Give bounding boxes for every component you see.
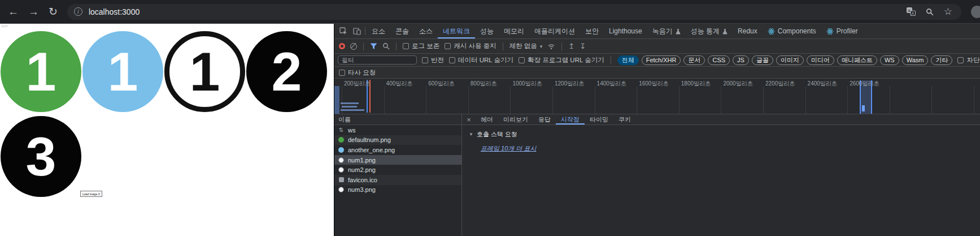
detail-tab-5[interactable]: 쿠키 (613, 114, 636, 125)
filter-chip-5[interactable]: 글꼴 (752, 55, 773, 65)
request-table: 이름 ⇅wsdefaultnum.pnganother_one.pngnum1.… (334, 114, 462, 236)
hide-extension-urls-checkbox[interactable]: 확장 프로그램 URL 숨기기 (519, 56, 604, 65)
inspect-element-icon[interactable] (337, 24, 350, 38)
devtools-tab-profiler[interactable]: Profiler (821, 24, 863, 38)
devtools-tab-redux[interactable]: Redux (733, 24, 763, 38)
filter-input[interactable] (338, 55, 417, 65)
timeline-tick-label: 1000밀리초 (512, 80, 542, 88)
filter-chip-0[interactable]: 전체 (617, 55, 639, 65)
site-info-icon[interactable]: i (74, 7, 82, 16)
devtools-tab-console[interactable]: 콘솔 (390, 24, 414, 38)
devtools-tab-elements[interactable]: 요소 (367, 24, 390, 38)
load-image-button[interactable]: Load Image 3 (80, 191, 102, 197)
filter-funnel-icon[interactable] (370, 43, 377, 50)
request-row[interactable]: num1.png (334, 155, 461, 165)
export-har-icon[interactable]: ↧ (580, 42, 586, 50)
checkbox-icon (422, 57, 428, 63)
devtools-tab-sources[interactable]: 소스 (414, 24, 438, 38)
tab-label: 성능 (480, 27, 494, 36)
file-thumbnail-icon (338, 177, 345, 183)
checkbox-icon (449, 57, 455, 63)
throttling-dropdown[interactable]: 제한 없음 ▾ (509, 42, 543, 50)
number-circle-4: 2 (246, 31, 327, 112)
detail-tab-1[interactable]: 미리보기 (498, 114, 533, 125)
devtools-tab-network[interactable]: 네트워크 (438, 24, 475, 38)
request-row[interactable]: num3.png (334, 185, 461, 195)
hide-data-urls-checkbox[interactable]: 데이터 URL 숨기기 (449, 56, 513, 65)
tab-label: Components (778, 27, 816, 35)
filter-chip-1[interactable]: Fetch/XHR (642, 55, 681, 65)
forward-button[interactable]: → (28, 6, 39, 17)
devtools-tab-lighthouse[interactable]: Lighthouse (604, 24, 647, 38)
resource-type-chips: 전체Fetch/XHR문서CSSJS글꼴이미지미디어매니페스트WSWasm기타 (617, 55, 953, 65)
request-row[interactable]: num2.png (334, 165, 461, 175)
clear-network-log-icon[interactable] (350, 43, 357, 50)
number-circle-1: 1 (1, 31, 81, 112)
import-har-icon[interactable]: ↥ (568, 42, 574, 50)
third-party-row: 타사 요청 (334, 67, 980, 79)
timeline-tick-label: 2200밀리초 (765, 80, 795, 88)
detail-tab-3[interactable]: 시작점 (556, 114, 585, 125)
search-icon[interactable] (382, 42, 390, 50)
filter-chip-9[interactable]: WS (880, 55, 899, 65)
back-button[interactable]: ← (8, 6, 19, 17)
detail-tab-0[interactable]: 헤더 (476, 114, 498, 125)
disable-cache-checkbox[interactable]: 캐시 사용 중지 (445, 42, 496, 50)
request-row[interactable]: ⇅ws (334, 125, 461, 135)
url-text[interactable]: localhost:3000 (89, 7, 900, 16)
address-bar[interactable]: i localhost:3000 aA ☆ (67, 4, 961, 20)
detail-tab-2[interactable]: 응답 (533, 114, 556, 125)
timeline-tick-label: 2000밀리초 (723, 80, 752, 88)
preserve-log-checkbox[interactable]: 로그 보존 (403, 42, 439, 50)
translate-icon[interactable]: aA (906, 7, 916, 16)
zoom-icon[interactable] (926, 8, 934, 16)
filter-chip-10[interactable]: Wasm (902, 55, 929, 65)
tab-label: 요소 (372, 27, 385, 36)
devtools-tab-memory[interactable]: 메모리 (499, 24, 529, 38)
filter-chip-7[interactable]: 미디어 (807, 55, 834, 65)
network-toolbar: 로그 보존 캐시 사용 중지 제한 없음 ▾ ↥ ↧ (334, 39, 980, 54)
network-overview[interactable]: 200밀리초400밀리초600밀리초800밀리초1000밀리초1200밀리초14… (334, 79, 980, 114)
devtools-tab-recorder[interactable]: 녹음기 (647, 24, 686, 38)
invert-filter-checkbox[interactable]: 반전 (422, 56, 444, 65)
request-row[interactable]: defaultnum.png (334, 135, 461, 145)
request-list: ⇅wsdefaultnum.pnganother_one.pngnum1.png… (334, 125, 461, 195)
devtools-tab-performance[interactable]: 성능 (475, 24, 499, 38)
omnibox-icons: aA ☆ (906, 6, 955, 18)
profile-avatar-icon[interactable] (971, 6, 980, 18)
devtools-tab-components[interactable]: Components (763, 24, 821, 38)
tab-label: Lighthouse (609, 27, 642, 35)
filter-chip-8[interactable]: 매니페스트 (837, 55, 877, 65)
filter-chip-3[interactable]: CSS (708, 55, 730, 65)
filter-chip-6[interactable]: 이미지 (776, 55, 804, 65)
devtools-tab-security[interactable]: 보안 (580, 24, 604, 38)
checkbox-icon (339, 70, 345, 76)
close-icon[interactable]: × (462, 114, 476, 125)
reload-button[interactable]: ↻ (49, 6, 58, 17)
timeline-tick-label: 1400밀리초 (597, 80, 626, 88)
request-row[interactable]: favicon.ico (334, 175, 461, 185)
show-more-frames-link[interactable]: 프레임 10개 더 표시 (481, 144, 536, 153)
separator (561, 42, 562, 50)
devtools-tab-application[interactable]: 애플리케이션 (529, 24, 580, 38)
bookmark-star-icon[interactable]: ☆ (944, 6, 952, 18)
filter-chip-11[interactable]: 기타 (931, 55, 952, 65)
checkbox-icon (519, 57, 525, 63)
network-conditions-icon[interactable] (547, 43, 555, 50)
filter-chip-4[interactable]: JS (733, 55, 749, 65)
filter-chip-2[interactable]: 문서 (683, 55, 705, 65)
network-split-view: 이름 ⇅wsdefaultnum.pnganother_one.pngnum1.… (334, 114, 980, 236)
device-toolbar-icon[interactable] (350, 24, 364, 38)
name-column-header[interactable]: 이름 (334, 114, 461, 125)
record-network-log-icon[interactable] (339, 43, 345, 49)
detail-tab-4[interactable]: 타이밍 (585, 114, 613, 125)
devtools-tab-performance-insights[interactable]: 성능 통계 (686, 24, 733, 38)
request-row[interactable]: another_one.png (334, 145, 461, 155)
file-thumbnail-icon (338, 157, 345, 164)
blocked-response-cookies-checkbox[interactable]: 차단된 응 (957, 56, 980, 65)
call-stack-section[interactable]: ▼ 호출 스택 요청 (469, 130, 973, 139)
tab-label: 애플리케이션 (534, 27, 575, 36)
timeline-tick-label: 1200밀리초 (555, 80, 584, 88)
timeline-tick-label: 2400밀리초 (808, 80, 837, 88)
third-party-requests-checkbox[interactable]: 타사 요청 (339, 68, 376, 77)
